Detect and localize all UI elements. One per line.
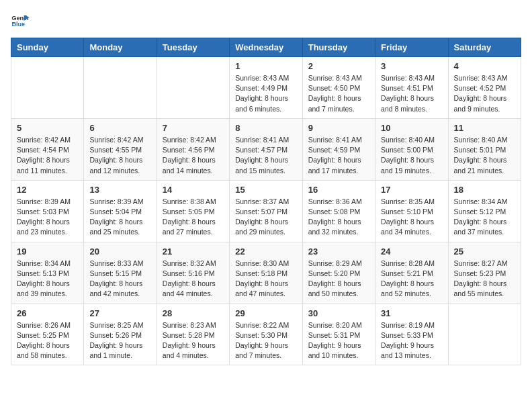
header-thursday: Thursday [302, 38, 375, 57]
day-number: 3 [381, 61, 442, 71]
day-cell: 29Sunrise: 8:22 AMSunset: 5:30 PMDayligh… [230, 304, 302, 365]
day-cell: 12Sunrise: 8:39 AMSunset: 5:03 PMDayligh… [11, 180, 84, 242]
day-info: Sunrise: 8:39 AMSunset: 5:04 PMDaylight:… [89, 197, 150, 238]
svg-text:Blue: Blue [11, 21, 25, 28]
day-number: 21 [163, 246, 224, 257]
day-number: 19 [17, 246, 78, 257]
day-cell: 24Sunrise: 8:28 AMSunset: 5:21 PMDayligh… [375, 242, 448, 304]
day-info: Sunrise: 8:32 AMSunset: 5:16 PMDaylight:… [163, 259, 224, 300]
day-cell: 6Sunrise: 8:42 AMSunset: 4:55 PMDaylight… [84, 118, 157, 180]
day-number: 4 [454, 61, 515, 71]
day-info: Sunrise: 8:26 AMSunset: 5:25 PMDaylight:… [17, 320, 78, 361]
day-info: Sunrise: 8:38 AMSunset: 5:05 PMDaylight:… [163, 197, 224, 238]
day-cell: 14Sunrise: 8:38 AMSunset: 5:05 PMDayligh… [157, 180, 229, 242]
day-info: Sunrise: 8:28 AMSunset: 5:21 PMDaylight:… [381, 259, 442, 300]
day-cell: 15Sunrise: 8:37 AMSunset: 5:07 PMDayligh… [230, 180, 302, 242]
day-info: Sunrise: 8:36 AMSunset: 5:08 PMDaylight:… [308, 197, 369, 238]
day-info: Sunrise: 8:39 AMSunset: 5:03 PMDaylight:… [17, 197, 78, 238]
day-cell [11, 57, 84, 119]
header-monday: Monday [84, 38, 157, 57]
calendar-table: SundayMondayTuesdayWednesdayThursdayFrid… [11, 38, 521, 365]
day-cell: 20Sunrise: 8:33 AMSunset: 5:15 PMDayligh… [84, 242, 157, 304]
day-number: 23 [308, 246, 369, 257]
day-cell: 21Sunrise: 8:32 AMSunset: 5:16 PMDayligh… [157, 242, 229, 304]
header-tuesday: Tuesday [157, 38, 229, 57]
header-sunday: Sunday [11, 38, 84, 57]
day-number: 8 [235, 123, 296, 133]
day-number: 14 [163, 185, 224, 195]
day-cell: 8Sunrise: 8:41 AMSunset: 4:57 PMDaylight… [230, 118, 302, 180]
day-cell: 27Sunrise: 8:25 AMSunset: 5:26 PMDayligh… [84, 304, 157, 365]
day-number: 15 [235, 185, 296, 195]
day-number: 28 [163, 308, 224, 318]
day-cell: 1Sunrise: 8:43 AMSunset: 4:49 PMDaylight… [230, 57, 302, 119]
day-info: Sunrise: 8:20 AMSunset: 5:31 PMDaylight:… [308, 320, 369, 361]
day-info: Sunrise: 8:33 AMSunset: 5:15 PMDaylight:… [89, 259, 150, 300]
day-info: Sunrise: 8:42 AMSunset: 4:54 PMDaylight:… [17, 135, 78, 176]
day-info: Sunrise: 8:29 AMSunset: 5:20 PMDaylight:… [308, 259, 369, 300]
header-saturday: Saturday [448, 38, 521, 57]
day-info: Sunrise: 8:34 AMSunset: 5:13 PMDaylight:… [17, 259, 78, 300]
day-cell: 19Sunrise: 8:34 AMSunset: 5:13 PMDayligh… [11, 242, 84, 304]
day-number: 26 [17, 308, 78, 318]
day-cell: 30Sunrise: 8:20 AMSunset: 5:31 PMDayligh… [302, 304, 375, 365]
day-number: 6 [89, 123, 150, 133]
day-info: Sunrise: 8:25 AMSunset: 5:26 PMDaylight:… [89, 320, 150, 361]
day-cell: 25Sunrise: 8:27 AMSunset: 5:23 PMDayligh… [448, 242, 521, 304]
week-row-5: 26Sunrise: 8:26 AMSunset: 5:25 PMDayligh… [11, 304, 521, 365]
page-header: General Blue [11, 11, 521, 30]
day-number: 30 [308, 308, 369, 318]
day-info: Sunrise: 8:42 AMSunset: 4:55 PMDaylight:… [89, 135, 150, 176]
day-info: Sunrise: 8:41 AMSunset: 4:59 PMDaylight:… [308, 135, 369, 176]
day-cell: 5Sunrise: 8:42 AMSunset: 4:54 PMDaylight… [11, 118, 84, 180]
day-info: Sunrise: 8:42 AMSunset: 4:56 PMDaylight:… [163, 135, 224, 176]
day-info: Sunrise: 8:40 AMSunset: 5:00 PMDaylight:… [381, 135, 442, 176]
day-cell [448, 304, 521, 365]
day-number: 22 [235, 246, 296, 257]
day-cell: 2Sunrise: 8:43 AMSunset: 4:50 PMDaylight… [302, 57, 375, 119]
day-cell [84, 57, 157, 119]
day-info: Sunrise: 8:23 AMSunset: 5:28 PMDaylight:… [163, 320, 224, 361]
day-number: 10 [381, 123, 442, 133]
header-wednesday: Wednesday [230, 38, 302, 57]
day-info: Sunrise: 8:43 AMSunset: 4:49 PMDaylight:… [235, 73, 296, 114]
day-cell: 4Sunrise: 8:43 AMSunset: 4:52 PMDaylight… [448, 57, 521, 119]
day-number: 29 [235, 308, 296, 318]
day-cell: 28Sunrise: 8:23 AMSunset: 5:28 PMDayligh… [157, 304, 229, 365]
day-number: 20 [89, 246, 150, 257]
day-cell: 16Sunrise: 8:36 AMSunset: 5:08 PMDayligh… [302, 180, 375, 242]
day-number: 1 [235, 61, 296, 71]
day-number: 24 [381, 246, 442, 257]
day-info: Sunrise: 8:34 AMSunset: 5:12 PMDaylight:… [454, 197, 515, 238]
day-cell: 9Sunrise: 8:41 AMSunset: 4:59 PMDaylight… [302, 118, 375, 180]
day-info: Sunrise: 8:27 AMSunset: 5:23 PMDaylight:… [454, 259, 515, 300]
day-info: Sunrise: 8:35 AMSunset: 5:10 PMDaylight:… [381, 197, 442, 238]
day-info: Sunrise: 8:30 AMSunset: 5:18 PMDaylight:… [235, 259, 296, 300]
day-cell: 22Sunrise: 8:30 AMSunset: 5:18 PMDayligh… [230, 242, 302, 304]
day-cell: 31Sunrise: 8:19 AMSunset: 5:33 PMDayligh… [375, 304, 448, 365]
day-number: 18 [454, 185, 515, 195]
day-number: 2 [308, 61, 369, 71]
day-cell: 3Sunrise: 8:43 AMSunset: 4:51 PMDaylight… [375, 57, 448, 119]
day-number: 5 [17, 123, 78, 133]
header-friday: Friday [375, 38, 448, 57]
day-cell [157, 57, 229, 119]
day-info: Sunrise: 8:43 AMSunset: 4:51 PMDaylight:… [381, 73, 442, 114]
day-number: 11 [454, 123, 515, 133]
day-cell: 23Sunrise: 8:29 AMSunset: 5:20 PMDayligh… [302, 242, 375, 304]
logo: General Blue [11, 11, 30, 30]
day-number: 17 [381, 185, 442, 195]
day-number: 7 [163, 123, 224, 133]
day-cell: 18Sunrise: 8:34 AMSunset: 5:12 PMDayligh… [448, 180, 521, 242]
day-number: 13 [89, 185, 150, 195]
day-cell: 7Sunrise: 8:42 AMSunset: 4:56 PMDaylight… [157, 118, 229, 180]
logo-icon: General Blue [11, 11, 30, 30]
day-number: 16 [308, 185, 369, 195]
day-number: 27 [89, 308, 150, 318]
week-row-3: 12Sunrise: 8:39 AMSunset: 5:03 PMDayligh… [11, 180, 521, 242]
day-info: Sunrise: 8:41 AMSunset: 4:57 PMDaylight:… [235, 135, 296, 176]
day-cell: 13Sunrise: 8:39 AMSunset: 5:04 PMDayligh… [84, 180, 157, 242]
day-info: Sunrise: 8:43 AMSunset: 4:50 PMDaylight:… [308, 73, 369, 114]
calendar-header-row: SundayMondayTuesdayWednesdayThursdayFrid… [11, 38, 521, 57]
day-number: 25 [454, 246, 515, 257]
